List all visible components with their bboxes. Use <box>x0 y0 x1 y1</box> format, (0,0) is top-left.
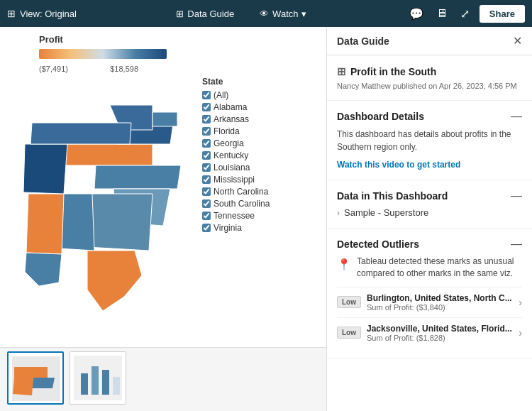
pin-icon: 📍 <box>337 257 351 273</box>
filter-item[interactable]: Mississippi <box>202 175 270 185</box>
outlier-description: 📍 Tableau detected these marks as unusua… <box>337 256 522 280</box>
filter-item[interactable]: Florida <box>202 126 270 136</box>
data-in-dashboard-collapse-button[interactable]: — <box>511 190 522 202</box>
present-icon-button[interactable]: 🖥 <box>433 4 450 23</box>
outlier-value: Sum of Profit: ($1,828) <box>367 334 513 342</box>
legend-min: ($7,491) <box>39 65 68 73</box>
data-item-label: Sample - Superstore <box>344 207 428 218</box>
filter-label: Georgia <box>214 138 244 148</box>
comment-icon-button[interactable]: 💬 <box>406 4 426 23</box>
map-area: Profit ($7,491) $18,598 <box>0 27 326 346</box>
dashboard-details-collapse-button[interactable]: — <box>511 111 522 122</box>
outlier-arrow-icon: › <box>519 297 522 308</box>
legend-bar-container <box>11 49 316 59</box>
thumbnail-1[interactable] <box>7 351 64 405</box>
filter-label: Kentucky <box>214 150 248 160</box>
filter-checkbox[interactable] <box>202 151 211 160</box>
eye-icon: 👁 <box>260 9 269 19</box>
detected-outliers-title: Detected Outliers <box>337 239 419 250</box>
filter-item[interactable]: Kentucky <box>202 150 270 160</box>
filter-item[interactable]: Arkansas <box>202 114 270 124</box>
grid-view-icon: ⊞ <box>337 65 346 78</box>
filter-item[interactable]: Tennessee <box>202 211 270 221</box>
legend-labels: ($7,491) $18,598 <box>11 65 138 73</box>
outliers-container: LowBurlington, United States, North C...… <box>337 287 522 348</box>
filter-checkbox[interactable] <box>202 212 211 220</box>
data-guide-label: Data Guide <box>187 9 234 19</box>
filter-items-container: (All)AlabamaArkansasFloridaGeorgiaKentuc… <box>202 90 270 233</box>
filter-item[interactable]: South Carolina <box>202 199 270 209</box>
outlier-arrow-icon: › <box>519 327 522 339</box>
top-nav-center: ⊞ Data Guide 👁 Watch ▾ <box>170 6 312 22</box>
data-guide-close-button[interactable]: ✕ <box>513 34 522 48</box>
legend-bar <box>39 49 167 59</box>
data-guide-panel: Data Guide ✕ ⊞ Profit in the South Nancy… <box>326 27 532 411</box>
filter-label: North Carolina <box>214 187 268 197</box>
detected-outliers-collapse-button[interactable]: — <box>511 239 522 250</box>
chart-title: Profit <box>11 34 316 45</box>
filter-checkbox[interactable] <box>202 103 211 111</box>
watch-dropdown-arrow: ▾ <box>301 9 306 19</box>
dashboard-panel: Profit ($7,491) $18,598 <box>0 27 326 411</box>
svg-rect-4 <box>102 370 109 395</box>
filter-checkbox[interactable] <box>202 187 211 196</box>
outlier-item[interactable]: LowBurlington, United States, North C...… <box>337 287 522 317</box>
view-title-section: ⊞ Profit in the South Nancy Matthew publ… <box>327 55 532 101</box>
map-svg-container[interactable] <box>11 77 195 339</box>
outlier-badge: Low <box>337 327 361 339</box>
outlier-badge: Low <box>337 296 361 308</box>
filter-panel: State (All)AlabamaArkansasFloridaGeorgia… <box>202 77 270 339</box>
data-guide-nav-item[interactable]: ⊞ Data Guide <box>170 6 240 22</box>
watch-video-link[interactable]: Watch this video to get started <box>337 160 460 170</box>
filter-checkbox[interactable] <box>202 115 211 124</box>
outlier-description-text: Tableau detected these marks as unusual … <box>357 256 522 280</box>
share-button[interactable]: Share <box>480 5 525 23</box>
filter-label: Tennessee <box>214 211 255 221</box>
outlier-name: Jacksonville, United States, Florid... <box>367 324 513 334</box>
filter-label: Arkansas <box>214 114 249 124</box>
filter-checkbox[interactable] <box>202 199 211 208</box>
filter-checkbox[interactable] <box>202 163 211 172</box>
filter-item[interactable]: Louisiana <box>202 163 270 172</box>
dashboard-details-section: Dashboard Details — This dashboard has d… <box>327 101 532 180</box>
filter-item[interactable]: Georgia <box>202 138 270 148</box>
filter-item[interactable]: North Carolina <box>202 187 270 197</box>
outlier-info: Burlington, United States, North C...Sum… <box>367 293 513 312</box>
outlier-item[interactable]: LowJacksonville, United States, Florid..… <box>337 317 522 348</box>
detected-outliers-header: Detected Outliers — <box>337 239 522 250</box>
sample-superstore-item[interactable]: › Sample - Superstore <box>337 207 522 218</box>
top-navigation-bar: ⊞ View: Original ⊞ Data Guide 👁 Watch ▾ … <box>0 0 532 27</box>
filter-item[interactable]: (All) <box>202 90 270 100</box>
thumbnail-2[interactable] <box>70 351 126 405</box>
filter-item[interactable]: Alabama <box>202 102 270 112</box>
filter-checkbox[interactable] <box>202 224 211 232</box>
dashboard-details-title: Dashboard Details <box>337 111 424 122</box>
view-subtitle: Nancy Matthew published on Apr 26, 2023,… <box>337 82 522 90</box>
filter-checkbox[interactable] <box>202 175 211 184</box>
detected-outliers-section: Detected Outliers — 📍 Tableau detected t… <box>327 229 532 358</box>
thumbnail-bar <box>0 347 326 411</box>
view-title-text: Profit in the South <box>350 66 436 77</box>
filter-checkbox[interactable] <box>202 91 211 99</box>
view-title: ⊞ Profit in the South <box>337 65 522 78</box>
filter-item[interactable]: Virginia <box>202 223 270 233</box>
svg-rect-5 <box>113 377 120 395</box>
thumb-svg-2 <box>70 352 126 404</box>
main-content: Profit ($7,491) $18,598 <box>0 27 532 411</box>
top-nav-right: 💬 🖥 ⤢ Share <box>406 4 525 23</box>
data-guide-icon: ⊞ <box>176 9 184 19</box>
watch-nav-item[interactable]: 👁 Watch ▾ <box>254 6 312 22</box>
dashboard-details-header: Dashboard Details — <box>337 111 522 122</box>
data-in-dashboard-section: Data in This Dashboard — › Sample - Supe… <box>327 180 532 229</box>
filter-checkbox[interactable] <box>202 139 211 148</box>
fullscreen-icon-button[interactable]: ⤢ <box>458 4 472 23</box>
map-and-filter-container: State (All)AlabamaArkansasFloridaGeorgia… <box>11 77 316 339</box>
data-in-dashboard-title: Data in This Dashboard <box>337 190 448 202</box>
map-svg <box>11 77 195 339</box>
filter-label: (All) <box>214 90 228 100</box>
filter-checkbox[interactable] <box>202 127 211 136</box>
filter-title: State <box>202 77 270 87</box>
filter-label: Louisiana <box>214 163 250 172</box>
filter-label: Virginia <box>214 223 242 233</box>
data-in-dashboard-header: Data in This Dashboard — <box>337 190 522 202</box>
